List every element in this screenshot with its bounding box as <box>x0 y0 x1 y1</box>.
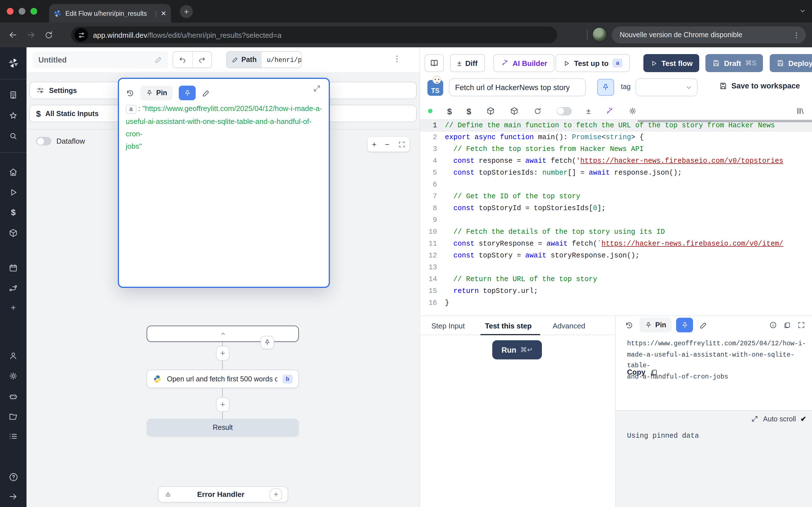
sidebar-item-home[interactable] <box>0 167 27 177</box>
minimize-window-button[interactable] <box>18 8 26 15</box>
undo-button[interactable] <box>173 52 193 68</box>
test-flow-button[interactable]: Test flow <box>644 54 700 72</box>
info-icon[interactable] <box>769 321 777 329</box>
auto-scroll-control[interactable]: Auto scroll ✔ <box>751 414 806 423</box>
pin-active-button[interactable] <box>676 318 693 332</box>
omnibox[interactable]: app.windmill.dev/flows/edit/u/henri/pin_… <box>71 26 557 43</box>
history-icon[interactable] <box>126 89 134 97</box>
package-icon[interactable] <box>486 107 495 115</box>
code-line[interactable]: 9 <box>420 215 812 226</box>
code-line[interactable]: 6 <box>420 179 812 191</box>
profile-avatar[interactable] <box>592 27 607 42</box>
chrome-update-pill[interactable]: Nouvelle version de Chrome disponible ⋮ <box>612 26 806 43</box>
deploy-button[interactable]: Deploy <box>770 54 812 72</box>
search-icon[interactable] <box>0 131 27 141</box>
path-value[interactable]: u/henri/pin <box>262 52 302 68</box>
code-line[interactable]: 13 <box>420 262 812 274</box>
diff-icon[interactable]: ± <box>586 107 591 115</box>
draft-button[interactable]: Draft ⌘S <box>705 54 763 72</box>
sidebar-item-workspace[interactable] <box>0 90 27 100</box>
editor-toggle[interactable] <box>556 107 571 115</box>
sidebar-item-logs[interactable] <box>0 432 27 441</box>
node-pin-badge[interactable] <box>260 336 274 349</box>
code-line[interactable]: 7 // Get the ID of the top story <box>420 191 812 203</box>
code-line[interactable]: 4 const response = await fetch('https://… <box>420 156 812 167</box>
sidebar-item-resources[interactable] <box>0 228 27 238</box>
code-line[interactable]: 11 const storyResponse = await fetch(`ht… <box>420 238 812 250</box>
sidebar-item-folders[interactable] <box>0 412 27 421</box>
browser-tab[interactable]: Edit Flow u/henri/pin_results | ✕ <box>49 4 171 22</box>
edit-pin-icon[interactable] <box>700 321 708 329</box>
editor-scrollbar[interactable] <box>638 120 812 122</box>
code-line[interactable]: 16} <box>420 297 812 309</box>
code-editor[interactable]: 1// Define the main function to fetch th… <box>420 120 812 316</box>
reset-icon[interactable] <box>533 107 542 115</box>
pinned-value[interactable]: a : "https://www.geoffreylitt.com/2025/0… <box>126 103 324 153</box>
diff-button[interactable]: ± Diff <box>450 54 485 72</box>
sidebar-item-schedules[interactable] <box>0 263 27 273</box>
ai-builder-button[interactable]: AI Builder <box>493 54 555 72</box>
code-line[interactable]: 10 // Fetch the details of the top story… <box>420 226 812 238</box>
copy-button[interactable]: Copy <box>627 368 658 376</box>
insert-step-button[interactable] <box>216 346 230 360</box>
close-window-button[interactable] <box>7 8 13 15</box>
code-line[interactable]: 5 const topStoriesIds: number[] = await … <box>420 167 812 179</box>
run-button[interactable]: Run ⌘↵ <box>492 340 542 359</box>
copy-result-icon[interactable] <box>783 321 791 329</box>
error-handler-node[interactable]: Error Handler <box>158 486 288 503</box>
step-pin-button[interactable] <box>597 79 614 96</box>
docs-button[interactable] <box>424 54 444 72</box>
code-line[interactable]: 2export async function main(): Promise<s… <box>420 132 812 144</box>
site-settings-icon[interactable] <box>74 28 88 42</box>
tab-advanced[interactable]: Advanced <box>553 316 585 335</box>
windmill-logo-icon[interactable] <box>0 57 27 69</box>
reload-icon[interactable] <box>44 30 54 40</box>
browser-menu-icon[interactable]: ⋮ <box>793 31 800 39</box>
test-up-to-button[interactable]: Test up to a <box>555 54 630 72</box>
code-line[interactable]: 15 return topStory.url; <box>420 286 812 297</box>
code-line[interactable]: 3 // Fetch the top stories from Hacker N… <box>420 144 812 156</box>
forward-icon[interactable] <box>26 30 36 40</box>
dataflow-toggle[interactable] <box>36 137 51 145</box>
close-tab-icon[interactable]: ✕ <box>161 9 166 17</box>
code-line[interactable]: 12 const topStory = await storyResponse.… <box>420 250 812 262</box>
more-options-icon[interactable]: ⋮ <box>393 54 401 63</box>
sidebar-item-runs[interactable] <box>0 187 27 197</box>
edit-pin-icon[interactable] <box>202 89 211 97</box>
resource-icon[interactable]: $ <box>467 107 471 115</box>
pin-toggle-button[interactable]: Pin <box>640 318 672 332</box>
sidebar-item-users[interactable] <box>0 351 27 360</box>
sidebar-item-favorites[interactable] <box>0 111 27 121</box>
flow-name-input[interactable]: Untitled <box>33 51 168 68</box>
code-line[interactable]: 8 const topStoryId = topStoriesIds[0]; <box>420 203 812 215</box>
package-icon[interactable] <box>509 107 518 115</box>
tab-step-input[interactable]: Step Input <box>432 316 465 335</box>
tag-select[interactable] <box>636 78 698 96</box>
redo-button[interactable] <box>193 52 211 68</box>
history-icon[interactable] <box>625 321 633 329</box>
flow-node-step-b[interactable]: Open url and fetch first 500 words of ..… <box>147 370 299 388</box>
new-tab-button[interactable]: + <box>180 5 193 18</box>
zoom-out-icon[interactable]: − <box>385 140 389 149</box>
sidebar-item-settings[interactable] <box>0 371 27 381</box>
maximize-window-button[interactable] <box>31 8 37 15</box>
pin-active-button[interactable] <box>179 86 196 100</box>
code-line[interactable]: 14 // Return the URL of the top story <box>420 274 812 286</box>
insert-step-button[interactable] <box>216 397 230 412</box>
tab-search-chevron-icon[interactable] <box>799 7 806 15</box>
add-error-handler-button[interactable] <box>269 488 282 501</box>
help-icon[interactable] <box>0 472 27 482</box>
edit-name-icon[interactable] <box>154 56 162 64</box>
variable-icon[interactable]: $ <box>447 107 452 115</box>
fullscreen-icon[interactable] <box>797 321 805 329</box>
collapse-chevron-icon[interactable] <box>220 331 226 337</box>
flow-node-result[interactable]: Result <box>147 418 299 437</box>
tab-test-this-step[interactable]: Test this step <box>485 316 532 335</box>
sidebar-item-variables[interactable]: $ <box>0 208 27 216</box>
step-name-input[interactable]: Fetch url of HackerNews top story <box>449 78 586 96</box>
edit-path-button[interactable]: Path <box>227 52 262 68</box>
library-icon[interactable] <box>796 107 805 115</box>
flow-node-selected[interactable] <box>147 326 299 342</box>
editor-settings-icon[interactable] <box>628 107 638 115</box>
pin-toggle-button[interactable]: Pin <box>140 86 173 100</box>
